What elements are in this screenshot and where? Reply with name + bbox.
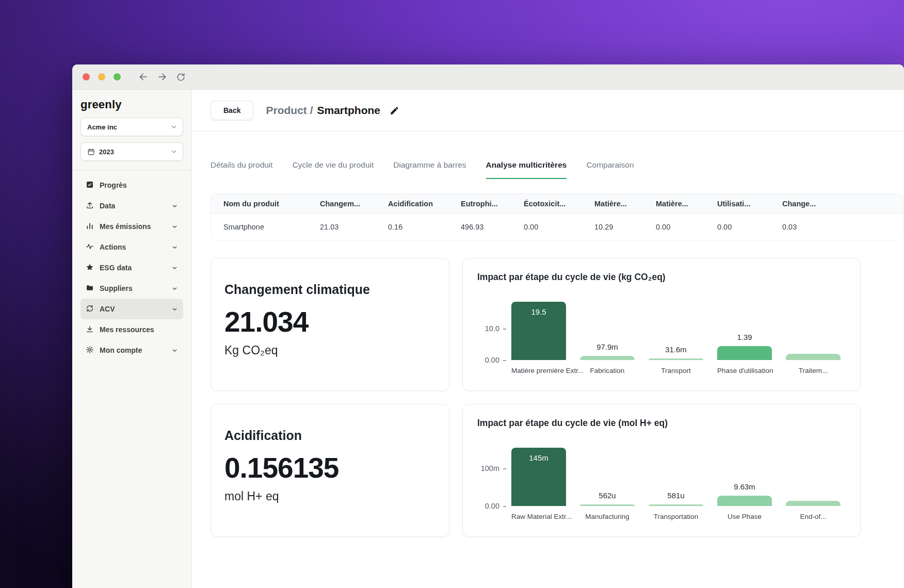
chart-card-co2eq: Impact par étape du cycle de vie (kg CO₂…	[462, 258, 861, 391]
upload-icon	[86, 201, 94, 211]
browser-back-icon[interactable]	[137, 71, 150, 83]
bar-chart: 100m 0.00 145m Raw Mat	[477, 439, 846, 520]
bar-value-label: 19.5	[504, 307, 573, 316]
bar-category-label: End-of...	[786, 513, 841, 520]
table-header-row: Nom du produit Changem... Acidification …	[211, 194, 903, 214]
tab-comparaison[interactable]: Comparaison	[586, 160, 634, 179]
sidebar: greenly Acme inc 2023	[72, 90, 192, 588]
bar	[580, 504, 635, 506]
stat-value: 21.034	[224, 305, 435, 338]
sidebar-item-progres[interactable]: Progrès	[80, 175, 183, 195]
year-select[interactable]: 2023	[80, 142, 183, 161]
bar-group: 97.9m Fabrication	[580, 293, 635, 374]
table-cell: 0.03	[770, 214, 903, 240]
y-axis-tick: 0.00	[485, 502, 506, 510]
stat-unit: Kg CO₂eq	[224, 344, 435, 357]
chart-title: Impact par étape du cycle de vie (kg CO₂…	[477, 272, 846, 283]
traffic-lights	[83, 73, 121, 80]
chart-y-axis: 100m 0.00	[477, 439, 511, 506]
sidebar-item-label: Mon compte	[100, 346, 142, 354]
bar-chart: 10.0 0.00 19.5 Matière	[477, 293, 846, 374]
zoom-window-button[interactable]	[114, 73, 121, 80]
bar	[786, 501, 841, 506]
product-impact-table: Nom du produit Changem... Acidification …	[211, 193, 904, 240]
sidebar-item-label: Actions	[100, 243, 126, 251]
browser-reload-icon[interactable]	[174, 71, 187, 83]
organization-select[interactable]: Acme inc	[80, 118, 183, 136]
table-cell: 0.00	[705, 214, 770, 240]
sidebar-item-mes-emissions[interactable]: Mes émissions	[80, 216, 183, 237]
table-cell: 0.00	[643, 214, 705, 240]
bar-category-label: Manufacturing	[580, 513, 635, 520]
organization-select-value: Acme inc	[87, 123, 117, 131]
browser-window: greenly Acme inc 2023	[72, 64, 904, 588]
folder-icon	[86, 284, 94, 293]
stat-title: Changement climatique	[224, 282, 435, 297]
recycle-icon	[86, 304, 94, 314]
bar-category-label: Transportation	[649, 513, 703, 520]
table-cell: 0.16	[376, 214, 448, 240]
bar-value-label: 31.6m	[641, 345, 711, 354]
table-cell: 21.03	[308, 214, 376, 240]
gear-icon	[86, 346, 94, 355]
bar-category-label: Use Phase	[717, 513, 772, 520]
y-axis-tick: 0.00	[485, 356, 506, 364]
chevron-down-icon	[171, 265, 178, 271]
sidebar-item-mes-ressources[interactable]: Mes ressources	[80, 319, 183, 340]
back-button[interactable]: Back	[211, 101, 253, 120]
table-cell: 496.93	[448, 214, 511, 240]
chevron-down-icon	[170, 148, 177, 155]
tab-analyse-multicriteres[interactable]: Analyse multicritères	[486, 160, 567, 179]
sidebar-item-data[interactable]: Data	[80, 195, 183, 216]
bar	[649, 504, 703, 506]
browser-forward-icon[interactable]	[156, 71, 168, 83]
edit-pencil-icon[interactable]	[390, 106, 399, 116]
chevron-down-icon	[171, 306, 178, 313]
tab-bar: Détails du produit Cycle de vie du produ…	[211, 160, 904, 179]
main-content: Back Product / Smartphone Détails du pro…	[192, 90, 904, 588]
sidebar-item-acv[interactable]: ACV	[80, 299, 183, 319]
table-cell: 0.00	[511, 214, 582, 240]
bar-group: 19.5 Matière première Extr...	[511, 293, 566, 374]
close-window-button[interactable]	[83, 73, 90, 80]
sidebar-item-label: ESG data	[100, 264, 132, 272]
sidebar-item-label: ACV	[100, 305, 115, 313]
bar-group: End-of...	[786, 439, 841, 520]
y-axis-tick: 10.0	[485, 324, 506, 333]
column-header: Matière...	[582, 194, 643, 214]
sidebar-item-mon-compte[interactable]: Mon compte	[80, 340, 183, 361]
table-row[interactable]: Smartphone 21.03 0.16 496.93 0.00 10.29 …	[211, 214, 903, 240]
bar-group: Traitem...	[786, 293, 841, 374]
tab-cycle-de-vie[interactable]: Cycle de vie du produit	[293, 160, 374, 179]
sidebar-item-actions[interactable]: Actions	[80, 237, 183, 257]
bar	[717, 496, 772, 506]
column-header: Changem...	[308, 194, 376, 214]
chart-title: Impact par étape du cycle de vie (mol H+…	[477, 418, 846, 429]
tab-diagramme-a-barres[interactable]: Diagramme à barres	[393, 160, 466, 179]
activity-icon	[86, 242, 94, 252]
chevron-down-icon	[171, 223, 178, 230]
chart-y-axis: 10.0 0.00	[477, 293, 511, 360]
column-header: Nom du produit	[211, 194, 308, 214]
sidebar-item-label: Suppliers	[100, 284, 133, 292]
bar-group: 1.39 Phase d'utilisation	[717, 293, 772, 374]
bar-group: 31.6m Transport	[649, 293, 703, 374]
minimize-window-button[interactable]	[98, 73, 105, 80]
sidebar-item-suppliers[interactable]: Suppliers	[80, 278, 183, 299]
sidebar-item-esg-data[interactable]: ESG data	[80, 257, 183, 278]
chevron-down-icon	[171, 244, 178, 251]
bar	[786, 354, 841, 360]
tab-details-du-produit[interactable]: Détails du produit	[211, 160, 273, 179]
sidebar-divider	[72, 170, 191, 171]
column-header: Matière...	[643, 194, 705, 214]
calendar-icon	[87, 148, 95, 156]
chevron-down-icon	[170, 123, 177, 130]
column-header: Utilisati...	[705, 194, 770, 214]
desktop-wallpaper: greenly Acme inc 2023	[0, 0, 904, 588]
page-header: Back Product / Smartphone	[192, 90, 904, 132]
bar-category-label: Fabrication	[580, 367, 635, 374]
bar-chart-icon	[86, 222, 94, 232]
bar	[717, 346, 772, 360]
sidebar-item-label: Data	[100, 202, 115, 210]
bar-value-label: 9.63m	[710, 482, 779, 491]
